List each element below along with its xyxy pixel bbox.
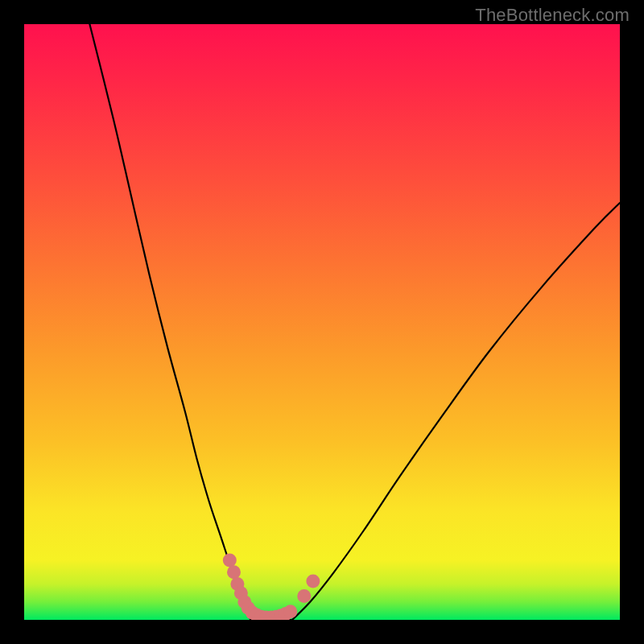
chart-svg [24,24,620,620]
data-point [223,554,237,568]
watermark-text: TheBottleneck.com [475,5,630,26]
data-point [306,574,320,588]
plot-area [24,24,620,620]
data-point [227,565,241,579]
gradient-background [24,24,620,620]
chart-frame: TheBottleneck.com [0,0,644,644]
data-point [283,605,297,618]
data-point [297,589,311,603]
